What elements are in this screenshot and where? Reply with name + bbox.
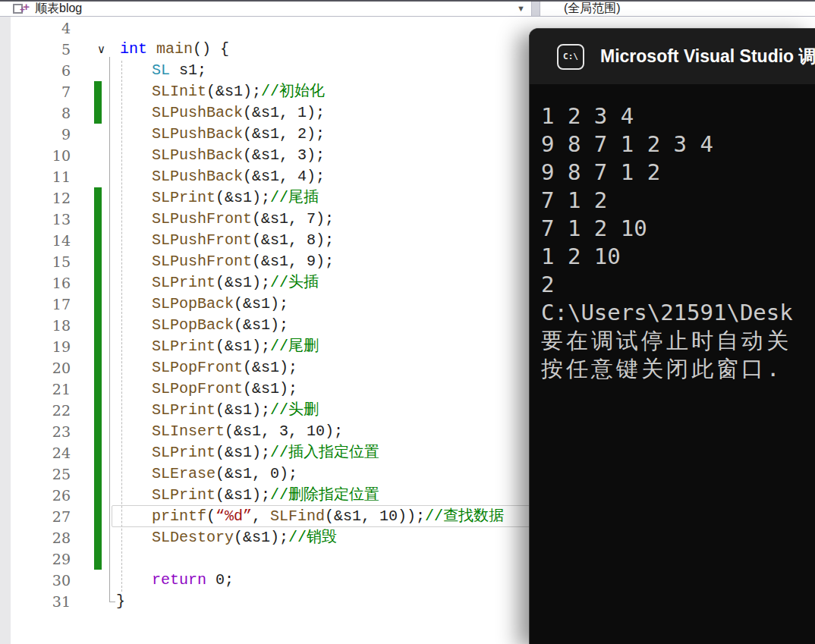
code-text[interactable]: }: [116, 591, 125, 612]
token-comment: //头插: [270, 274, 319, 291]
line-number[interactable]: 26: [0, 485, 71, 506]
token-comment: //初始化: [261, 83, 325, 100]
token-function: SLPrint: [152, 274, 216, 291]
console-output: 1 2 3 49 8 7 1 2 3 49 8 7 1 27 1 27 1 2 …: [530, 84, 815, 383]
line-number[interactable]: 13: [0, 209, 71, 230]
code-text[interactable]: SLPrint(&s1);//尾删: [152, 336, 319, 357]
console-title-bar[interactable]: C:\ Microsoft Visual Studio 调试控制台: [530, 29, 815, 84]
code-text[interactable]: SLPopBack(&s1);: [152, 315, 288, 336]
code-text[interactable]: int main() {: [120, 39, 229, 60]
change-bar: [94, 102, 102, 124]
code-text[interactable]: SLPushFront(&s1, 9);: [152, 251, 334, 272]
line-number[interactable]: 25: [0, 463, 71, 485]
token-plain: (&s1);: [216, 444, 270, 461]
console-icon: C:\: [557, 44, 584, 70]
token-function: SLPushBack: [152, 125, 243, 143]
token-plain: (&s1, 0);: [216, 465, 297, 482]
line-number[interactable]: 27: [0, 506, 71, 527]
line-number[interactable]: 7: [0, 81, 71, 102]
token-comment: //销毁: [288, 529, 337, 546]
line-number[interactable]: 8: [0, 102, 71, 124]
code-text[interactable]: SLInsert(&s1, 3, 10);: [152, 421, 343, 442]
line-number[interactable]: 12: [0, 187, 71, 209]
line-number[interactable]: 17: [0, 294, 71, 315]
change-bar: [94, 272, 102, 294]
line-number[interactable]: 30: [0, 570, 71, 591]
token-comment: //尾插: [270, 189, 319, 206]
line-number[interactable]: 15: [0, 251, 71, 272]
line-number[interactable]: 31: [0, 591, 71, 612]
token-comment: //头删: [270, 401, 319, 419]
fold-chevron-icon[interactable]: ∨: [97, 39, 105, 60]
token-keyword: int: [120, 40, 147, 58]
token-function: SLPopFront: [152, 380, 243, 397]
code-text[interactable]: SLDestory(&s1);//销毁: [152, 527, 337, 548]
code-text[interactable]: SLPushFront(&s1, 8);: [152, 230, 334, 251]
dropdown-separator: [531, 2, 540, 16]
code-text[interactable]: SL s1;: [152, 60, 206, 81]
change-bar: [94, 209, 102, 230]
line-number[interactable]: 23: [0, 421, 71, 442]
line-number[interactable]: 28: [0, 527, 71, 548]
code-text[interactable]: SLPopFront(&s1);: [152, 379, 297, 400]
scope-dropdown[interactable]: (全局范围): [540, 2, 815, 16]
line-number[interactable]: 14: [0, 230, 71, 251]
cpp-file-icon: + +: [13, 3, 30, 15]
code-text[interactable]: SLPrint(&s1);//尾插: [152, 187, 319, 209]
cpp-plus-icon: +: [20, 5, 25, 14]
code-text[interactable]: SLPushFront(&s1, 7);: [152, 209, 334, 230]
code-text[interactable]: SLInit(&s1);//初始化: [152, 81, 325, 102]
line-number[interactable]: 22: [0, 400, 71, 421]
code-text[interactable]: SLPopBack(&s1);: [152, 294, 288, 315]
outline-scope-tick: [109, 602, 115, 602]
token-function: SLInit: [152, 83, 206, 100]
token-function: SLInsert: [152, 423, 225, 440]
line-number[interactable]: 20: [0, 357, 71, 379]
change-bar: [94, 485, 102, 506]
line-number[interactable]: 18: [0, 315, 71, 336]
debug-console-window[interactable]: C:\ Microsoft Visual Studio 调试控制台 1 2 3 …: [529, 28, 815, 644]
token-plain: (&s1, 7);: [252, 210, 334, 228]
code-text[interactable]: SLPopFront(&s1);: [152, 357, 297, 379]
line-number[interactable]: 29: [0, 548, 71, 570]
code-text[interactable]: SLPrint(&s1);//删除指定位置: [152, 485, 379, 506]
change-bar: [94, 527, 102, 548]
code-text[interactable]: SLPrint(&s1);//头删: [152, 400, 319, 421]
file-dropdown[interactable]: + + 顺表blog ▼: [0, 2, 531, 16]
change-bar: [94, 187, 102, 209]
line-number[interactable]: 19: [0, 336, 71, 357]
line-number[interactable]: 6: [0, 60, 71, 81]
code-text[interactable]: SLPrint(&s1);//头插: [152, 272, 319, 294]
change-bar: [94, 442, 102, 463]
line-number[interactable]: 16: [0, 272, 71, 294]
token-plain: (&s1, 3, 10);: [225, 423, 343, 440]
line-number[interactable]: 10: [0, 145, 71, 166]
console-icon-label: C:\: [563, 52, 578, 61]
console-output-line: 1 2 3 4: [541, 102, 815, 130]
line-number[interactable]: 11: [0, 166, 71, 187]
line-number[interactable]: 4: [0, 17, 71, 39]
token-plain: 0;: [206, 571, 234, 589]
code-text[interactable]: SLPushBack(&s1, 3);: [152, 145, 325, 166]
console-output-line: 9 8 7 1 2 3 4: [541, 130, 815, 159]
line-number[interactable]: 21: [0, 379, 71, 400]
console-output-line: 7 1 2 10: [541, 215, 815, 243]
code-text[interactable]: return 0;: [152, 570, 234, 591]
line-number[interactable]: 24: [0, 442, 71, 463]
code-text[interactable]: SLPushBack(&s1, 2);: [152, 124, 325, 145]
chevron-down-icon[interactable]: ▼: [517, 4, 525, 13]
line-number[interactable]: 9: [0, 124, 71, 145]
change-bar: [94, 294, 102, 315]
token-plain: (&s1);: [234, 316, 288, 334]
token-comment: //插入指定位置: [270, 444, 379, 461]
token-plain: (&s1, 3);: [243, 146, 325, 164]
code-text[interactable]: SLPushBack(&s1, 1);: [152, 102, 325, 124]
line-number[interactable]: 5: [0, 39, 71, 60]
token-function: SLPushBack: [152, 168, 243, 185]
token-function: main: [156, 40, 193, 58]
token-function: SLPushBack: [152, 146, 243, 164]
code-text[interactable]: SLPrint(&s1);//插入指定位置: [152, 442, 379, 463]
code-text[interactable]: SLPushBack(&s1, 4);: [152, 166, 325, 187]
vs-editor-screen: + + 顺表blog ▼ (全局范围) 45∨int main() {6SL s…: [0, 0, 815, 644]
code-text[interactable]: SLErase(&s1, 0);: [152, 463, 297, 485]
